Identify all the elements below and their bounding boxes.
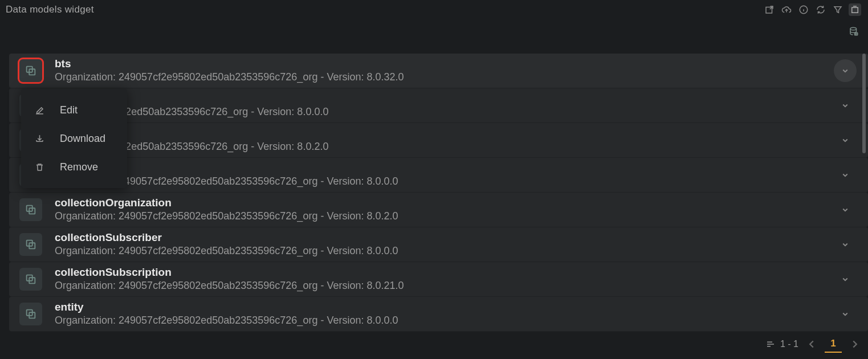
list-icon <box>765 339 776 349</box>
menu-download[interactable]: Download <box>21 124 127 153</box>
expand-button[interactable] <box>834 303 857 325</box>
expand-button[interactable] <box>834 129 857 152</box>
footer: 1 - 1 1 <box>765 334 862 354</box>
row-text: collectionOrganization Organization: 249… <box>55 197 834 223</box>
row-text: collectionSubscriber Organization: 24905… <box>55 231 834 258</box>
svg-rect-2 <box>852 7 858 13</box>
widget-header: Data models widget <box>0 0 868 19</box>
header-toolbar <box>763 3 861 16</box>
row-subtitle: 49057cf2e95802ed50ab2353596c726_org - Ve… <box>55 140 834 153</box>
widget-title: Data models widget <box>6 4 94 15</box>
row-text: ce Organization: 249057cf2e95802ed50ab23… <box>55 162 834 188</box>
list-item[interactable]: nnel 49057cf2e95802ed50ab2353596c726_org… <box>9 123 868 158</box>
expand-button[interactable] <box>834 233 857 256</box>
menu-label: Edit <box>60 104 78 116</box>
model-icon[interactable] <box>19 198 42 221</box>
next-page-button[interactable] <box>847 337 862 352</box>
list-area: bts Organization: 249057cf2e95802ed50ab2… <box>9 54 868 332</box>
prev-page-button[interactable] <box>804 337 819 352</box>
scrollbar-thumb[interactable] <box>862 54 866 153</box>
expand-button[interactable] <box>834 164 857 186</box>
cloud-upload-icon[interactable] <box>780 3 793 16</box>
trash-icon <box>34 162 45 173</box>
row-subtitle: Organization: 249057cf2e95802ed50ab23535… <box>55 279 834 292</box>
edit-icon <box>34 105 45 116</box>
menu-remove[interactable]: Remove <box>21 153 127 181</box>
row-subtitle: Organization: 249057cf2e95802ed50ab23535… <box>55 210 834 223</box>
menu-label: Remove <box>60 161 98 173</box>
layout-icon[interactable] <box>849 3 861 16</box>
row-title: nnel <box>55 127 834 140</box>
row-title: ce <box>55 162 834 175</box>
menu-edit[interactable]: Edit <box>21 96 127 124</box>
row-title: et <box>55 92 834 105</box>
row-title: collectionSubscription <box>55 266 834 279</box>
export-icon[interactable] <box>763 3 776 16</box>
list-item[interactable]: collectionSubscription Organization: 249… <box>9 262 868 297</box>
list-item[interactable]: collectionSubscriber Organization: 24905… <box>9 227 868 262</box>
row-title: entity <box>55 301 834 314</box>
rows-container: bts Organization: 249057cf2e95802ed50ab2… <box>9 54 868 332</box>
expand-button[interactable] <box>834 94 857 117</box>
row-title: collectionSubscriber <box>55 231 834 244</box>
range-text: 1 - 1 <box>780 339 798 349</box>
row-subtitle: Organization: 249057cf2e95802ed50ab23535… <box>55 314 834 327</box>
list-item[interactable]: collectionOrganization Organization: 249… <box>9 193 868 227</box>
current-page[interactable]: 1 <box>825 336 842 353</box>
row-text: collectionSubscription Organization: 249… <box>55 266 834 292</box>
svg-point-3 <box>850 27 857 30</box>
list-item[interactable]: ce Organization: 249057cf2e95802ed50ab23… <box>9 158 868 193</box>
subheader <box>0 19 868 42</box>
expand-button[interactable] <box>834 59 857 82</box>
info-icon[interactable] <box>797 3 810 16</box>
row-subtitle: Organization: 249057cf2e95802ed50ab23535… <box>55 244 834 258</box>
menu-label: Download <box>60 133 105 145</box>
row-subtitle: 49057cf2e95802ed50ab2353596c726_org - Ve… <box>55 105 834 119</box>
row-text: bts Organization: 249057cf2e95802ed50ab2… <box>55 58 834 84</box>
row-text: et 49057cf2e95802ed50ab2353596c726_org -… <box>55 92 834 119</box>
list-item[interactable]: entity Organization: 249057cf2e95802ed50… <box>9 297 868 332</box>
scrollbar[interactable] <box>862 54 866 332</box>
row-subtitle: Organization: 249057cf2e95802ed50ab23535… <box>55 175 834 188</box>
list-item[interactable]: et 49057cf2e95802ed50ab2353596c726_org -… <box>9 88 868 123</box>
list-item[interactable]: bts Organization: 249057cf2e95802ed50ab2… <box>9 54 868 88</box>
row-text: nnel 49057cf2e95802ed50ab2353596c726_org… <box>55 127 834 153</box>
pager: 1 <box>804 336 862 353</box>
model-icon[interactable] <box>19 303 42 325</box>
filter-icon[interactable] <box>832 3 844 16</box>
expand-button[interactable] <box>834 198 857 221</box>
refresh-icon[interactable] <box>814 3 827 16</box>
range-display: 1 - 1 <box>765 339 798 349</box>
model-icon[interactable] <box>19 268 42 291</box>
context-menu: Edit Download Remove <box>21 89 127 188</box>
download-icon <box>34 133 45 144</box>
row-subtitle: Organization: 249057cf2e95802ed50ab23535… <box>55 71 834 84</box>
row-title: bts <box>55 58 834 71</box>
row-title: collectionOrganization <box>55 197 834 210</box>
expand-button[interactable] <box>834 268 857 291</box>
database-icon[interactable] <box>847 25 860 38</box>
model-icon[interactable] <box>19 59 42 82</box>
model-icon[interactable] <box>19 233 42 256</box>
row-text: entity Organization: 249057cf2e95802ed50… <box>55 301 834 327</box>
